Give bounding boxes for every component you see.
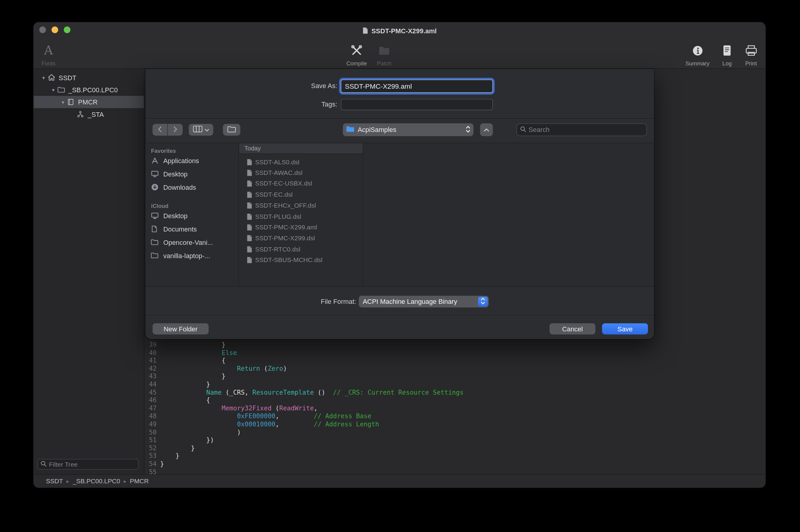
filter-tree-field[interactable] — [37, 459, 139, 469]
line-number: 39 — [145, 341, 156, 348]
chevron-right-icon — [173, 126, 178, 134]
zoom-button[interactable] — [64, 26, 71, 33]
favorite-item-desktop[interactable]: Desktop — [145, 167, 238, 180]
filter-tree-input[interactable] — [49, 461, 136, 468]
tags-label: Tags: — [145, 99, 337, 110]
file-name: SSDT-PMC-X299.dsl — [255, 235, 315, 242]
device-icon — [67, 98, 77, 106]
file-item[interactable]: SSDT-PLUG.dsl — [239, 211, 363, 222]
breadcrumb-separator-icon: ▸ — [124, 478, 126, 484]
tree-item-SSDT[interactable]: ▾SSDT — [34, 71, 144, 83]
favorite-item-downloads[interactable]: Downloads — [145, 180, 238, 194]
code-line: 52 } — [145, 444, 765, 452]
group-header: iCloud — [145, 203, 238, 209]
fonts-button[interactable]: A Fonts — [34, 43, 69, 66]
disclosure-triangle-icon[interactable]: ▾ — [59, 99, 67, 105]
line-number: 48 — [145, 412, 156, 420]
code-line: 49 0x00010000, // Address Length — [145, 420, 765, 428]
breadcrumb-item-SSDT[interactable]: SSDT — [46, 477, 63, 485]
line-number: 45 — [145, 388, 156, 396]
favorite-item-label: Applications — [163, 157, 199, 164]
parent-folder-button[interactable] — [480, 124, 493, 136]
tree-item-label: _SB.PC00.LPC0 — [69, 86, 118, 94]
chevron-up-icon — [484, 126, 489, 133]
breadcrumb-item-_SB.PC00.LPC0[interactable]: _SB.PC00.LPC0 — [73, 477, 120, 485]
print-button[interactable]: Print — [731, 43, 765, 66]
disclosure-triangle-icon[interactable]: ▾ — [40, 75, 47, 80]
document-icon — [246, 213, 253, 220]
sidebar-tree: ▾SSDT▾_SB.PC00.LPC0▾PMCR_STA — [34, 71, 144, 120]
save-as-label: Save As: — [145, 80, 337, 93]
tags-field[interactable] — [341, 99, 493, 110]
status-bar: SSDT▸_SB.PC00.LPC0▸PMCR — [34, 474, 765, 488]
code-line: 41 { — [145, 357, 765, 364]
file-group-label: Today — [244, 145, 261, 152]
code-line: 46 { — [145, 396, 765, 404]
location-popup[interactable]: AcpiSamples — [343, 124, 473, 136]
minimize-button[interactable] — [52, 26, 58, 33]
window-title: SSDT-PMC-X299.aml — [136, 26, 663, 35]
favorite-item-vanilla-laptop-[interactable]: vanilla-laptop-... — [145, 249, 238, 262]
favorite-item-opencore-vani-[interactable]: Opencore-Vani... — [145, 235, 238, 249]
file-item[interactable]: SSDT-PMC-X299.aml — [239, 222, 363, 233]
search-field[interactable] — [516, 124, 647, 136]
disclosure-triangle-icon[interactable]: ▾ — [49, 87, 57, 93]
search-input[interactable] — [529, 126, 644, 133]
file-item[interactable]: SSDT-EC.dsl — [239, 189, 363, 200]
file-item[interactable]: SSDT-PMC-X299.dsl — [239, 233, 363, 244]
close-button[interactable] — [39, 26, 46, 33]
file-item[interactable]: SSDT-ALS0.dsl — [239, 156, 363, 167]
code-line: 50 ) — [145, 428, 765, 436]
back-button[interactable] — [153, 124, 167, 136]
cancel-button[interactable]: Cancel — [550, 323, 596, 335]
folder-icon — [150, 252, 161, 259]
file-item[interactable]: SSDT-RTC0.dsl — [239, 244, 363, 255]
popup-arrows-icon — [481, 297, 485, 306]
file-item[interactable]: SSDT-EC-USBX.dsl — [239, 178, 363, 189]
save-as-input[interactable] — [345, 82, 489, 90]
downloads-icon — [150, 183, 161, 191]
save-as-field[interactable] — [341, 80, 493, 93]
line-number: 41 — [145, 357, 156, 364]
file-item[interactable]: SSDT-AWAC.dsl — [239, 167, 363, 178]
columns-view-icon — [193, 125, 203, 134]
save-dialog: Save As: Tags: — [145, 69, 654, 339]
editor-pane[interactable]: 39 }40 Else41 {42 Return (Zero)43 }44 }4… — [145, 69, 765, 474]
patch-button[interactable]: Patch — [364, 43, 405, 66]
code-line: 42 Return (Zero) — [145, 364, 765, 372]
print-icon — [744, 43, 758, 58]
code-line: 51 }) — [145, 436, 765, 444]
breadcrumb-item-PMCR[interactable]: PMCR — [130, 477, 149, 485]
folder-button[interactable] — [223, 124, 240, 136]
line-number: 51 — [145, 436, 156, 444]
file-item[interactable]: SSDT-EHCx_OFF.dsl — [239, 200, 363, 211]
tree-item-_SB.PC00.LPC0[interactable]: ▾_SB.PC00.LPC0 — [34, 83, 144, 96]
view-mode-button[interactable] — [189, 124, 213, 136]
document-icon — [246, 202, 253, 209]
file-format-popup[interactable]: ACPI Machine Language Binary — [359, 296, 489, 307]
traffic-lights — [39, 26, 71, 33]
tree-item-label: SSDT — [59, 74, 76, 81]
desktop-icon — [150, 170, 161, 178]
favorite-item-applications[interactable]: Applications — [145, 154, 238, 167]
content-area: ▾SSDT▾_SB.PC00.LPC0▾PMCR_STA 39 }40 Else… — [34, 69, 765, 474]
file-item[interactable]: SSDT-SBUS-MCHC.dsl — [239, 255, 363, 266]
documents-icon — [150, 225, 161, 233]
tree-item-PMCR[interactable]: ▾PMCR — [34, 96, 144, 108]
code-lines[interactable]: 39 }40 Else41 {42 Return (Zero)43 }44 }4… — [145, 341, 765, 476]
document-icon — [246, 180, 253, 188]
file-format-label: File Format: — [145, 296, 356, 307]
favorite-item-desktop[interactable]: Desktop — [145, 209, 238, 223]
group-header: Favorites — [145, 148, 238, 154]
tree-item-_STA[interactable]: _STA — [34, 108, 144, 120]
favorite-item-documents[interactable]: Documents — [145, 223, 238, 236]
file-name: SSDT-PMC-X299.aml — [255, 224, 317, 231]
tags-input[interactable] — [345, 101, 489, 108]
code-line: 45 Name (_CRS, ResourceTemplate () // _C… — [145, 388, 765, 396]
file-name: SSDT-ALS0.dsl — [255, 158, 299, 166]
line-number: 40 — [145, 348, 156, 357]
new-folder-button[interactable]: New Folder — [153, 323, 209, 335]
file-browser: FavoritesApplicationsDesktopDownloadsiCl… — [145, 143, 654, 286]
save-button[interactable]: Save — [602, 323, 648, 335]
forward-button[interactable] — [168, 124, 183, 136]
